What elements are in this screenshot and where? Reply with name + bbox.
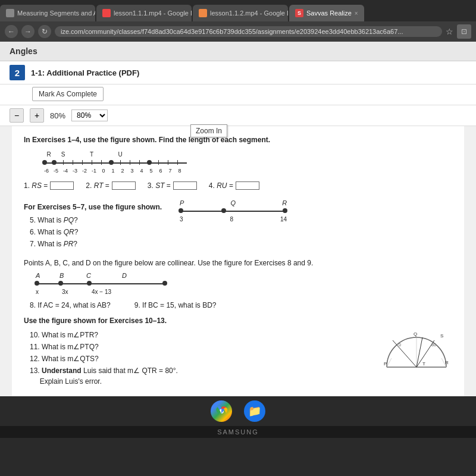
exercise-6: 6. What is QR? (30, 227, 162, 237)
exercise-7: 7. What is PR? (30, 239, 162, 249)
pqr-line (180, 208, 287, 215)
pqr-R: R (282, 198, 287, 208)
exercise-8: 8. If AC = 24, what is AB? (30, 300, 111, 311)
exercise-3: 3. ST = (148, 180, 197, 191)
exercises-1-4: 1. RS = 2. RT = 3. ST = 4. RU = (24, 180, 452, 191)
svg-text:P: P (384, 361, 387, 367)
ab-line (36, 280, 167, 287)
svg-line-4 (393, 340, 416, 367)
zoom-add-button[interactable]: + (30, 108, 44, 123)
refresh-button[interactable]: ↻ (38, 25, 51, 38)
number-line-section: R S T U (24, 150, 452, 176)
chrome-svg (215, 405, 228, 418)
exercises-5-7: 5. What is PQ? 6. What is QR? 7. What is… (24, 215, 162, 249)
zoom-out-button[interactable]: − (10, 108, 24, 123)
forward-button[interactable]: → (21, 25, 35, 38)
exercise-5: 5. What is PQ? (30, 215, 162, 226)
address-bar-row: ← → ↻ ize.com/community/classes/f74d8ad3… (0, 21, 476, 42)
exercise-2: 2. RT = (86, 180, 135, 191)
ex2-answer (112, 181, 136, 190)
collinear-intro: Points A, B, C, and D on the figure belo… (24, 258, 452, 268)
tab-measuring-segments[interactable]: Measuring Segments and Angle × (0, 5, 95, 21)
tab-lesson1[interactable]: lesson1.1.1.mp4 - Google D × (96, 5, 192, 21)
tab-close-4[interactable]: × (355, 10, 358, 17)
tab-label-4: Savvas Realize (306, 10, 352, 17)
svg-text:T: T (422, 361, 425, 367)
exercise-11: 11. What is m∠PTQ? (30, 342, 369, 352)
zoom-value: 80% (50, 111, 65, 120)
pqr-num-3: 3 (180, 215, 183, 224)
nl-letter-labels: R S T U (36, 150, 130, 159)
zoom-select[interactable]: 80% 100% 125% (71, 109, 108, 121)
ex4-answer (236, 181, 259, 190)
toolbar: − + 80% 80% 100% 125% Zoom In (0, 105, 476, 126)
svg-text:80: 80 (431, 343, 436, 347)
exercise-1: 1. RS = (24, 180, 74, 191)
page-title: Angles (10, 46, 37, 56)
profile-icon: ⊡ (461, 27, 467, 36)
nl-letter-U: U (111, 150, 130, 159)
pqr-numbers: 3 8 14 (180, 215, 287, 224)
tab-savvas[interactable]: S Savvas Realize × (289, 5, 364, 21)
ab-B: B (60, 271, 86, 281)
assignment-header: 2 1-1: Additional Practice (PDF) (0, 61, 476, 84)
ab-var-4x: 4x − 13 (92, 287, 111, 296)
samsung-label: SAMSUNG (0, 426, 476, 438)
mark-complete-row: Mark As Complete (0, 84, 476, 105)
profile-button[interactable]: ⊡ (457, 24, 471, 39)
ab-vars: x 3x 4x − 13 (36, 287, 452, 296)
ex1-label: 1. RS = (24, 180, 48, 191)
ab-C: C (86, 271, 122, 281)
exercise-4: 4. RU = (209, 180, 259, 191)
ab-letters: A B C D (36, 271, 452, 281)
ex4-label: 4. RU = (209, 180, 233, 191)
nl-numbers: -6 -5 -4 -3 -2 -1 0 1 2 3 4 5 6 7 8 (36, 167, 184, 176)
angles-list: 10. What is m∠PTR? 11. What is m∠PTQ? 12… (24, 328, 369, 388)
pqr-P: P (180, 198, 184, 208)
page-header: Angles (0, 42, 476, 61)
tab-label-1: Measuring Segments and Angle (17, 10, 95, 17)
nl-letter-S: S (54, 150, 73, 159)
chrome-icon[interactable] (211, 400, 232, 422)
ex1-answer (50, 181, 74, 190)
mark-complete-button[interactable]: Mark As Complete (32, 87, 104, 101)
doc-intro: In Exercises 1–4, use the figure shown. … (24, 134, 452, 145)
content-area: Angles 2 1-1: Additional Practice (PDF) … (0, 42, 476, 438)
ab-diagram: A B C D x 3x 4x − 13 (36, 271, 452, 297)
svg-text:Q: Q (414, 331, 417, 337)
section-5-7-header: For Exercises 5–7, use the figure shown. (24, 202, 162, 212)
pqr-num-8: 8 (230, 215, 234, 224)
pqr-Q: Q (231, 198, 236, 208)
ab-var-3x: 3x (62, 287, 92, 296)
svg-text:0: 0 (399, 343, 401, 347)
number-line-ruler (44, 159, 187, 167)
bookmark-icon[interactable]: ☆ (446, 27, 453, 36)
ab-D: D (122, 271, 127, 281)
files-glyph: 📁 (248, 405, 261, 418)
exercise-13: 13. Understand Luis said that m∠ QTR = 8… (30, 365, 369, 387)
nl-letter-T: T (73, 150, 111, 159)
angles-intro: Use the figure shown for Exercises 10–13… (24, 315, 452, 326)
ex3-answer (173, 181, 197, 190)
assignment-title: 1-1: Additional Practice (PDF) (31, 68, 139, 77)
tab-icon-1 (6, 9, 14, 17)
plus-icon: + (35, 111, 39, 120)
section-5-7-left: For Exercises 5–7, use the figure shown.… (24, 196, 162, 252)
address-bar[interactable]: ize.com/community/classes/f74d8ad30ca64d… (55, 26, 442, 37)
tab-icon-2 (102, 9, 111, 17)
exercises-8-9: 8. If AC = 24, what is AB? 9. If BC = 15… (24, 299, 452, 312)
protractor-svg: R S Q P T 0 80 (381, 328, 452, 370)
svg-text:S: S (440, 333, 443, 339)
tab-label-3: lesson1.1.2.mp4 - Google Drive (210, 10, 288, 17)
files-icon[interactable]: 📁 (244, 400, 265, 422)
exercise-9: 9. If BC = 15, what is BD? (134, 300, 217, 311)
tab-label-2: lesson1.1.1.mp4 - Google D (114, 10, 192, 17)
angles-section: Use the figure shown for Exercises 10–13… (24, 315, 452, 388)
tab-lesson2[interactable]: lesson1.1.2.mp4 - Google Drive × (193, 5, 288, 21)
back-button[interactable]: ← (5, 25, 18, 38)
zoom-in-tooltip: Zoom In (190, 124, 227, 137)
bottom-bar: 📁 (0, 396, 476, 426)
pqr-letters: P Q R (180, 198, 287, 208)
ex-8-9-row: 8. If AC = 24, what is AB? 9. If BC = 15… (24, 299, 452, 312)
nl-letter-R: R (44, 150, 54, 159)
